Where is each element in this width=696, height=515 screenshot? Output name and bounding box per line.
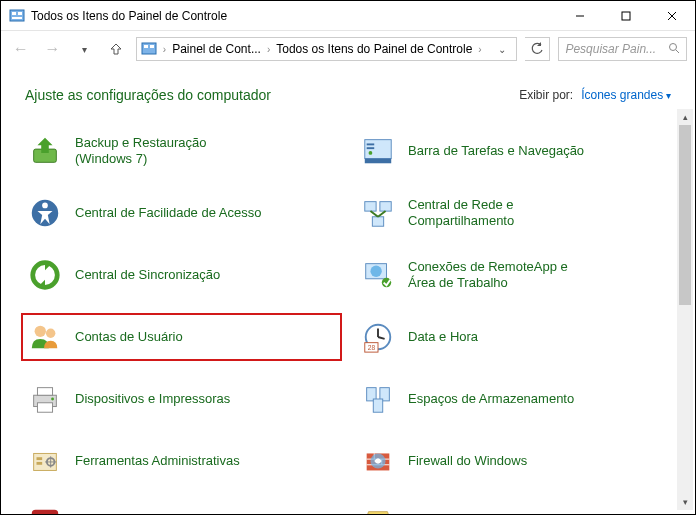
item-label: Firewall do Windows [408,453,527,469]
svg-rect-17 [367,147,375,149]
svg-rect-45 [37,457,43,460]
item-label: Dispositivos e Impressoras [75,391,230,407]
svg-rect-0 [10,10,24,21]
scroll-thumb[interactable] [679,125,691,305]
item-label: Central de Rede e Compartilhamento [408,197,598,230]
control-panel-item[interactable]: AFontes [354,499,675,515]
breadcrumb-item[interactable]: Todos os Itens do Painel de Controle [276,42,472,56]
control-panel-icon [141,41,157,57]
svg-point-11 [669,43,676,50]
svg-point-28 [370,266,381,277]
control-panel-item[interactable]: Espaços de Armazenamento [354,375,675,423]
address-bar[interactable]: › Painel de Cont... › Todos os Itens do … [136,37,517,61]
taskbar-icon [360,133,396,169]
titlebar: Todos os Itens do Painel de Controle [1,1,695,31]
item-label: Conexões de RemoteApp e Área de Trabalho [408,259,598,292]
chevron-right-icon[interactable]: › [265,44,272,55]
svg-line-12 [676,50,679,53]
scroll-up-button[interactable]: ▴ [677,109,693,125]
item-label: Backup e Restauração (Windows 7) [75,135,265,168]
svg-rect-21 [365,202,376,211]
view-by-label: Exibir por: [519,88,573,102]
clock-icon: 28 [360,319,396,355]
fonts-icon: A [360,505,396,515]
admin-icon [27,443,63,479]
printer-icon [27,381,63,417]
breadcrumb-item[interactable]: Painel de Cont... [172,42,261,56]
forward-button[interactable]: → [41,37,65,61]
svg-rect-14 [365,140,391,159]
svg-point-30 [35,326,46,337]
users-icon [27,319,63,355]
control-panel-item[interactable]: Firewall do Windows [354,437,675,485]
content-header: Ajuste as configurações do computador Ex… [1,67,695,109]
close-button[interactable] [649,1,695,31]
back-button[interactable]: ← [9,37,33,61]
svg-rect-15 [365,159,391,164]
control-panel-item[interactable]: Central de Sincronização [21,251,342,299]
item-label: Espaços de Armazenamento [408,391,574,407]
minimize-button[interactable] [557,1,603,31]
address-dropdown[interactable]: ⌄ [492,37,512,61]
svg-rect-9 [144,45,148,48]
svg-point-40 [51,398,54,401]
chevron-right-icon[interactable]: › [161,44,168,55]
vertical-scrollbar[interactable]: ▴ ▾ [677,109,693,510]
backup-icon [27,133,63,169]
navbar: ← → ▾ › Painel de Cont... › Todos os Ite… [1,31,695,67]
svg-rect-56 [32,510,58,515]
svg-line-25 [378,211,386,217]
control-panel-item[interactable]: Backup e Restauração (Windows 7) [21,127,342,175]
svg-rect-8 [142,43,156,54]
control-panel-item[interactable]: Dispositivos e Impressoras [21,375,342,423]
up-button[interactable] [104,37,128,61]
item-label: Barra de Tarefas e Navegação [408,143,584,159]
firewall-icon [360,443,396,479]
control-panel-item[interactable]: 28Data e Hora [354,313,675,361]
control-panel-item[interactable]: Ferramentas Administrativas [21,437,342,485]
items-grid: Backup e Restauração (Windows 7)Barra de… [1,109,695,515]
svg-point-20 [42,203,48,209]
item-label: Central de Sincronização [75,267,220,283]
search-input[interactable]: Pesquisar Pain... [558,37,687,61]
svg-rect-43 [373,399,382,412]
recent-dropdown[interactable]: ▾ [72,37,96,61]
svg-rect-5 [622,12,630,20]
content-area: Backup e Restauração (Windows 7)Barra de… [1,109,695,510]
item-label: Data e Hora [408,329,478,345]
svg-rect-16 [367,143,375,145]
control-panel-item[interactable]: Flash Player (32 bits) [21,499,342,515]
item-label: Contas de Usuário [75,329,183,345]
control-panel-item[interactable]: Contas de Usuário [21,313,342,361]
chevron-right-icon[interactable]: › [476,44,483,55]
svg-rect-38 [37,388,52,396]
svg-point-31 [46,329,55,338]
control-panel-item[interactable]: Central de Rede e Compartilhamento [354,189,675,237]
svg-line-24 [370,211,378,217]
scroll-down-button[interactable]: ▾ [677,494,693,510]
svg-rect-23 [372,217,383,226]
control-panel-item[interactable]: Barra de Tarefas e Navegação [354,127,675,175]
item-label: Central de Facilidade de Acesso [75,205,261,221]
control-panel-icon [9,8,25,24]
ease-icon [27,195,63,231]
maximize-button[interactable] [603,1,649,31]
svg-text:28: 28 [368,344,376,351]
control-panel-item[interactable]: Central de Facilidade de Acesso [21,189,342,237]
svg-rect-22 [380,202,391,211]
svg-point-18 [369,151,373,155]
refresh-button[interactable] [525,37,551,61]
svg-rect-2 [18,12,22,15]
control-panel-item[interactable]: Conexões de RemoteApp e Área de Trabalho [354,251,675,299]
page-heading: Ajuste as configurações do computador [25,87,519,103]
svg-rect-39 [37,403,52,412]
storage-icon [360,381,396,417]
window-controls [557,1,695,31]
view-by-dropdown[interactable]: Ícones grandes [581,88,671,102]
svg-rect-3 [12,17,22,19]
svg-rect-10 [150,45,154,48]
network-icon [360,195,396,231]
search-placeholder: Pesquisar Pain... [565,42,664,56]
search-icon [668,42,680,57]
svg-rect-1 [12,12,16,15]
